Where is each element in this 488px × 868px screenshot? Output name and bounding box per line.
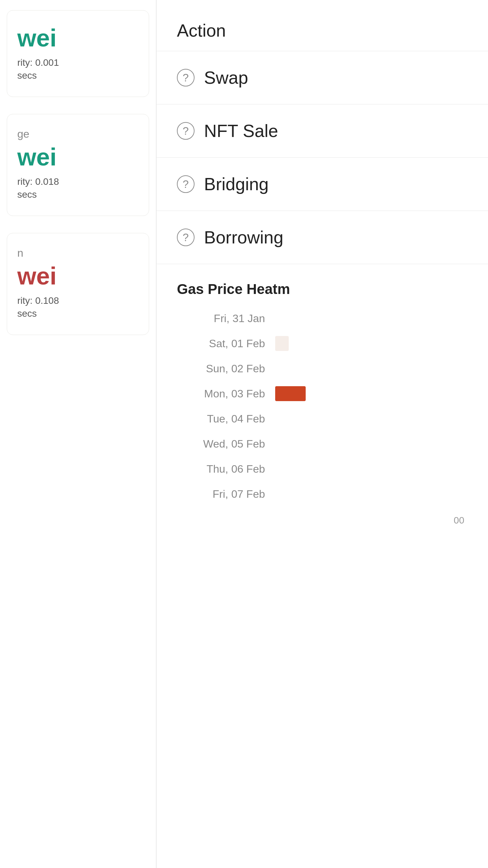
heatmap-row-sat01: Sat, 01 Feb — [177, 336, 468, 351]
heatmap-row-tue04: Tue, 04 Feb — [177, 411, 468, 426]
heatmap-date-sun02: Sun, 02 Feb — [177, 362, 265, 375]
heatmap-bar-wed05 — [275, 436, 468, 451]
left-panel: wei rity: 0.001 secs ge wei rity: 0.018 … — [0, 0, 156, 868]
heatmap-row-thu06: Thu, 06 Feb — [177, 461, 468, 476]
heatmap-bar-mon03-fill — [275, 386, 306, 401]
tx-card-3-detail-1: rity: 0.108 — [17, 295, 139, 306]
tx-card-2-detail-1: rity: 0.018 — [17, 176, 139, 187]
tx-card-3: n wei rity: 0.108 secs — [7, 233, 149, 335]
action-label-bridging: Bridging — [204, 174, 269, 194]
action-item-swap[interactable]: ? Swap — [157, 51, 488, 104]
tx-card-3-label: n — [17, 247, 139, 259]
action-label-swap: Swap — [204, 67, 248, 88]
tx-card-2-label: ge — [17, 128, 139, 140]
heatmap-section: Gas Price Heatm Fri, 31 Jan Sat, 01 Feb … — [157, 264, 488, 868]
heatmap-bar-sun02 — [275, 361, 468, 376]
heatmap-bar-fri31 — [275, 311, 468, 326]
tx-card-1-detail-2: secs — [17, 70, 139, 81]
heatmap-bar-mon03 — [275, 386, 468, 401]
heatmap-bar-tue04 — [275, 411, 468, 426]
tx-card-1-value: wei — [17, 24, 139, 52]
tx-card-3-value: wei — [17, 262, 139, 290]
tx-card-2-value: wei — [17, 143, 139, 171]
right-panel: Action ? Swap ? NFT Sale ? Bridging ? Bo… — [157, 0, 488, 868]
action-item-borrowing[interactable]: ? Borrowing — [157, 211, 488, 264]
heatmap-date-sat01: Sat, 01 Feb — [177, 337, 265, 350]
heatmap-bar-fri07 — [275, 487, 468, 501]
heatmap-date-thu06: Thu, 06 Feb — [177, 463, 265, 475]
heatmap-bar-sat01-fill — [275, 336, 289, 351]
heatmap-row-sun02: Sun, 02 Feb — [177, 361, 468, 376]
question-icon-borrowing: ? — [177, 229, 195, 246]
question-icon-swap: ? — [177, 69, 195, 86]
action-item-bridging[interactable]: ? Bridging — [157, 158, 488, 211]
tx-card-2: ge wei rity: 0.018 secs — [7, 114, 149, 216]
heatmap-title: Gas Price Heatm — [177, 281, 468, 297]
heatmap-date-tue04: Tue, 04 Feb — [177, 413, 265, 425]
action-title: Action — [177, 21, 226, 40]
heatmap-bar-thu06 — [275, 461, 468, 476]
tx-card-1: wei rity: 0.001 secs — [7, 10, 149, 97]
tx-card-2-detail-2: secs — [17, 189, 139, 200]
tx-card-3-detail-2: secs — [17, 308, 139, 319]
heatmap-row-fri07: Fri, 07 Feb — [177, 487, 468, 501]
heatmap-row-wed05: Wed, 05 Feb — [177, 436, 468, 451]
action-header: Action — [157, 0, 488, 51]
heatmap-bar-sat01 — [275, 336, 468, 351]
action-label-nft-sale: NFT Sale — [204, 121, 278, 141]
action-label-borrowing: Borrowing — [204, 227, 283, 248]
heatmap-axis-label-00: 00 — [454, 515, 464, 526]
heatmap-row-fri31: Fri, 31 Jan — [177, 311, 468, 326]
heatmap-axis: 00 — [177, 512, 468, 526]
heatmap-date-fri07: Fri, 07 Feb — [177, 488, 265, 500]
question-icon-nft-sale: ? — [177, 122, 195, 140]
question-icon-bridging: ? — [177, 175, 195, 193]
heatmap-date-wed05: Wed, 05 Feb — [177, 438, 265, 450]
heatmap-date-fri31: Fri, 31 Jan — [177, 312, 265, 325]
heatmap-date-mon03: Mon, 03 Feb — [177, 388, 265, 400]
tx-card-1-detail-1: rity: 0.001 — [17, 57, 139, 68]
heatmap-row-mon03: Mon, 03 Feb — [177, 386, 468, 401]
action-item-nft-sale[interactable]: ? NFT Sale — [157, 104, 488, 158]
